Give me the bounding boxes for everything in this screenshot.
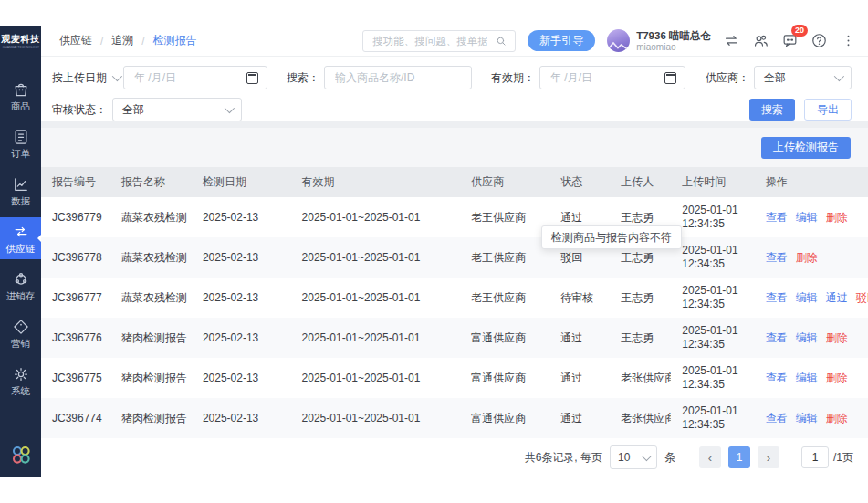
system-icon — [12, 365, 30, 383]
report-name-cell: 猪肉检测报告 — [110, 330, 192, 346]
sidebar-item-system[interactable]: 系统 — [0, 360, 41, 402]
uploader-cell: 王志勇 — [610, 290, 671, 306]
screenshot-canvas: 观麦科技 GUANMAI TECHNOLOGY 商品订单数据供应链进销存营销系统… — [0, 0, 868, 503]
date-type-selector[interactable]: 按上传日期 — [52, 70, 120, 86]
pagination-summary: 共6条记录, 每页 — [525, 450, 602, 466]
status-tooltip: 检测商品与报告内容不符 — [541, 225, 682, 249]
action-edit-link[interactable]: 编辑 — [796, 372, 818, 384]
test-date-cell: 2025-02-13 — [192, 331, 291, 344]
action-view-link[interactable]: 查看 — [766, 251, 788, 264]
sidebar-item-label: 系统 — [11, 386, 30, 396]
table-toolbar: 上传检测报告 — [41, 128, 868, 167]
page-jump-input[interactable] — [801, 446, 829, 468]
sidebar-item-label: 供应链 — [6, 244, 36, 254]
order-icon — [12, 128, 30, 146]
total-pages-label: /1页 — [833, 450, 853, 466]
sidebar-item-goods[interactable]: 商品 — [0, 75, 41, 117]
sidebar-item-order[interactable]: 订单 — [0, 122, 41, 164]
action-delete-link[interactable]: 删除 — [826, 331, 848, 344]
column-header: 供应商 — [460, 174, 549, 190]
action-view-link[interactable]: 查看 — [766, 331, 788, 344]
pagination: 共6条记录, 每页 10 条 ‹ 1 › /1页 — [41, 438, 868, 477]
upload-date-input[interactable] — [123, 66, 267, 89]
user-menu[interactable]: T7936 喵喵总仓 miaomiao — [607, 29, 711, 52]
status-cell: 通过 — [549, 210, 610, 225]
sidebar-item-data[interactable]: 数据 — [0, 170, 41, 212]
help-icon[interactable] — [810, 32, 828, 49]
column-header: 有效期 — [291, 174, 461, 190]
page-size-select[interactable]: 10 — [610, 445, 657, 469]
newbie-guide-button[interactable]: 新手引导 — [528, 30, 595, 51]
action-approve-link[interactable]: 通过 — [826, 291, 848, 304]
brand-logo[interactable]: 观麦科技 GUANMAI TECHNOLOGY — [0, 26, 41, 57]
product-search-input[interactable] — [333, 70, 463, 85]
export-button[interactable]: 导出 — [804, 99, 852, 121]
column-header: 操作 — [755, 174, 868, 190]
row-actions: 查看编辑删除 — [755, 210, 868, 225]
table-row: JC396778蔬菜农残检测2025-02-132025-01-01~2025-… — [41, 237, 868, 278]
report-name-cell: 猪肉检测报告 — [110, 371, 192, 386]
row-actions: 查看编辑通过驳回 — [755, 290, 868, 306]
switch-store-icon[interactable] — [723, 32, 740, 49]
supplier-label: 供应商： — [706, 70, 749, 86]
validity-date-field[interactable] — [549, 70, 659, 85]
page-size-unit: 条 — [664, 450, 675, 466]
action-delete-link[interactable]: 删除 — [826, 211, 848, 224]
upload-time-cell: 2025-01-0112:34:35 — [671, 204, 755, 231]
upload-date-field[interactable] — [132, 70, 241, 85]
filter-row-2: 审核状态： 全部 搜索 导出 — [52, 98, 852, 121]
calendar-icon — [246, 72, 258, 84]
global-search-box[interactable] — [362, 30, 516, 52]
product-search-box[interactable] — [324, 66, 472, 89]
date-type-label: 按上传日期 — [52, 70, 107, 86]
action-edit-link[interactable]: 编辑 — [796, 331, 818, 344]
global-search-input[interactable] — [371, 35, 489, 47]
next-page-button[interactable]: › — [758, 446, 779, 468]
brand-subtitle: GUANMAI TECHNOLOGY — [2, 46, 39, 48]
page-1-button[interactable]: 1 — [728, 446, 750, 468]
validity-cell: 2025-01-01~2025-01-01 — [291, 372, 461, 384]
action-delete-link[interactable]: 删除 — [796, 251, 818, 264]
audit-status-select[interactable]: 全部 — [112, 98, 242, 121]
action-edit-link[interactable]: 编辑 — [796, 211, 818, 224]
sidebar-item-marketing[interactable]: 营销 — [0, 312, 41, 354]
sidebar-item-supply-chain[interactable]: 供应链 — [0, 217, 41, 259]
action-reject-link[interactable]: 驳回 — [856, 291, 868, 304]
column-header: 上传人 — [610, 174, 671, 190]
action-view-link[interactable]: 查看 — [766, 412, 788, 424]
search-button[interactable]: 搜索 — [749, 99, 795, 121]
action-view-link[interactable]: 查看 — [766, 211, 788, 224]
action-delete-link[interactable]: 删除 — [826, 412, 848, 424]
topbar: 供应链/追溯/检测报告 新手引导 T7936 喵喵总仓 miaomiao — [41, 26, 868, 57]
row-actions: 查看删除 — [755, 250, 868, 266]
report-name-cell: 蔬菜农残检测 — [110, 210, 192, 225]
test-date-cell: 2025-02-13 — [192, 251, 291, 264]
prev-page-button[interactable]: ‹ — [699, 446, 721, 468]
supplier-cell: 老王供应商 — [460, 250, 549, 266]
breadcrumb-item[interactable]: 检测报告 — [153, 33, 197, 48]
action-edit-link[interactable]: 编辑 — [796, 291, 818, 304]
supply-chain-icon — [12, 223, 30, 241]
action-delete-link[interactable]: 删除 — [826, 372, 848, 384]
app-window: 观麦科技 GUANMAI TECHNOLOGY 商品订单数据供应链进销存营销系统… — [0, 26, 868, 477]
more-icon[interactable] — [840, 32, 857, 49]
validity-date-input[interactable] — [539, 66, 685, 89]
action-view-link[interactable]: 查看 — [766, 372, 788, 384]
upload-report-button[interactable]: 上传检测报告 — [761, 137, 851, 159]
column-header: 报告编号 — [41, 174, 110, 190]
sidebar-item-inventory[interactable]: 进销存 — [0, 265, 41, 307]
action-edit-link[interactable]: 编辑 — [796, 412, 818, 424]
action-view-link[interactable]: 查看 — [766, 291, 788, 304]
clover-apps-icon[interactable] — [10, 444, 32, 466]
breadcrumb-item[interactable]: 供应链 — [59, 33, 92, 48]
test-date-cell: 2025-02-13 — [192, 211, 291, 224]
team-icon[interactable] — [752, 32, 769, 49]
supplier-select[interactable]: 全部 — [754, 66, 852, 89]
column-header: 上传时间 — [671, 174, 755, 190]
breadcrumb-item[interactable]: 追溯 — [111, 33, 133, 48]
data-icon — [12, 175, 30, 194]
search-icon — [495, 35, 507, 47]
status-cell: 待审核 — [549, 290, 610, 306]
message-icon[interactable]: 20 — [781, 32, 799, 49]
supplier-cell: 老王供应商 — [460, 210, 549, 225]
